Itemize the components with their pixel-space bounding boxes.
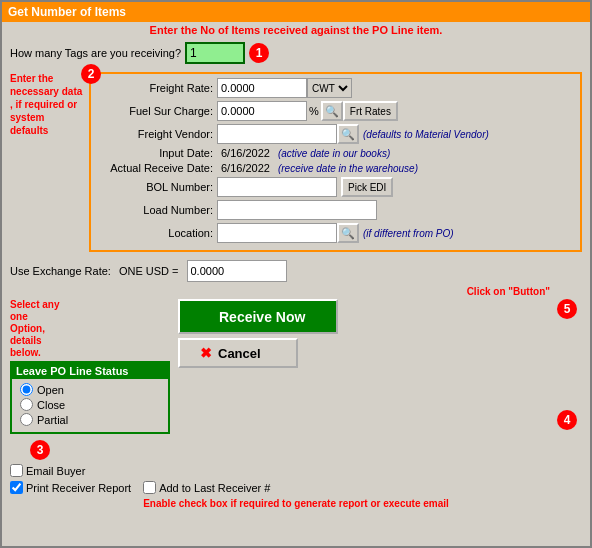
frt-rates-button[interactable]: Frt Rates xyxy=(343,101,398,121)
print-receiver-checkbox[interactable] xyxy=(10,481,23,494)
orange-box: 2 Freight Rate: CWT LBS Fuel Sur Charge:… xyxy=(89,72,582,252)
load-number-row: Load Number: xyxy=(97,200,574,220)
select-note: Select any one Option, details below. xyxy=(10,299,60,359)
content-area: Enter the necessary data , if required o… xyxy=(2,68,590,256)
badge-5: 5 xyxy=(557,299,577,319)
print-receiver-label: Print Receiver Report xyxy=(10,481,131,494)
freight-vendor-label: Freight Vendor: xyxy=(97,128,217,140)
freight-vendor-row: Freight Vendor: 🔍 (defaults to Material … xyxy=(97,124,574,144)
receive-now-button[interactable]: ✔ Receive Now xyxy=(178,299,338,334)
location-input[interactable] xyxy=(217,223,337,243)
freight-vendor-search-icon[interactable]: 🔍 xyxy=(337,124,359,144)
actual-receive-date-row: Actual Receive Date: 6/16/2022 (receive … xyxy=(97,162,574,174)
actual-receive-date-label: Actual Receive Date: xyxy=(97,162,217,174)
fuel-sur-charge-row: Fuel Sur Charge: % 🔍 Frt Rates xyxy=(97,101,574,121)
option-close-row: Close xyxy=(20,398,160,411)
badge-1: 1 xyxy=(249,43,269,63)
pick-edi-button[interactable]: Pick EDI xyxy=(341,177,393,197)
main-window: Get Number of Items Enter the No of Item… xyxy=(0,0,592,548)
window-title: Get Number of Items xyxy=(8,5,126,19)
percent-sign: % xyxy=(309,105,319,117)
add-to-last-receiver-checkbox[interactable] xyxy=(143,481,156,494)
input-date-value: 6/16/2022 xyxy=(217,147,274,159)
add-to-last-receiver-text: Add to Last Receiver # xyxy=(159,482,270,494)
left-status: Select any one Option, details below. Le… xyxy=(10,299,170,460)
print-receiver-text: Print Receiver Report xyxy=(26,482,131,494)
badge-4: 4 xyxy=(557,410,577,430)
add-to-last-receiver-label: Add to Last Receiver # xyxy=(143,481,270,494)
freight-rate-label: Freight Rate: xyxy=(97,82,217,94)
load-number-input[interactable] xyxy=(217,200,377,220)
exchange-rate-input[interactable] xyxy=(187,260,287,282)
how-many-input[interactable] xyxy=(185,42,245,64)
location-row: Location: 🔍 (if different from PO) xyxy=(97,223,574,243)
location-search-icon[interactable]: 🔍 xyxy=(337,223,359,243)
bottom-area: Select any one Option, details below. Le… xyxy=(2,297,590,462)
bottom-note: Enable check box if required to generate… xyxy=(2,496,590,511)
x-icon: ✖ xyxy=(200,345,212,361)
load-number-label: Load Number: xyxy=(97,204,217,216)
bol-number-row: BOL Number: Pick EDI xyxy=(97,177,574,197)
bol-number-input[interactable] xyxy=(217,177,337,197)
fuel-sur-charge-input[interactable] xyxy=(217,101,307,121)
click-note: Click on "Button" xyxy=(2,286,590,297)
checkboxes-row: Print Receiver Report Add to Last Receiv… xyxy=(2,479,590,496)
left-note: Enter the necessary data , if required o… xyxy=(10,72,85,252)
title-instruction: Enter the No of Items received against t… xyxy=(2,22,590,38)
option-close-label: Close xyxy=(37,399,65,411)
fuel-sur-charge-label: Fuel Sur Charge: xyxy=(97,105,217,117)
exchange-rate-row: Use Exchange Rate: ONE USD = xyxy=(2,256,590,286)
bol-number-label: BOL Number: xyxy=(97,181,217,193)
badge-3: 3 xyxy=(30,440,50,460)
exchange-rate-label: Use Exchange Rate: xyxy=(10,265,111,277)
freight-rate-unit-select[interactable]: CWT LBS xyxy=(307,78,352,98)
input-date-row: Input Date: 6/16/2022 (active date in ou… xyxy=(97,147,574,159)
cancel-button[interactable]: ✖ Cancel xyxy=(178,338,298,368)
right-actions: 5 ✔ Receive Now ✖ Cancel 4 xyxy=(178,299,582,460)
email-buyer-row: Email Buyer xyxy=(2,462,590,479)
email-buyer-label: Email Buyer xyxy=(10,464,85,477)
option-partial-label: Partial xyxy=(37,414,68,426)
cancel-label: Cancel xyxy=(218,346,261,361)
freight-rate-input[interactable] xyxy=(217,78,307,98)
location-label: Location: xyxy=(97,227,217,239)
freight-vendor-hint: (defaults to Material Vendor) xyxy=(363,129,489,140)
checkmark-icon: ✔ xyxy=(200,307,213,326)
badge-2: 2 xyxy=(81,64,101,84)
email-buyer-checkbox[interactable] xyxy=(10,464,23,477)
actual-receive-date-hint: (receive date in the warehouse) xyxy=(278,163,418,174)
input-date-hint: (active date in our books) xyxy=(278,148,390,159)
option-partial-row: Partial xyxy=(20,413,160,426)
how-many-label: How many Tags are you receiving? xyxy=(10,47,181,59)
po-status-title: Leave PO Line Status xyxy=(12,363,168,379)
option-partial-radio[interactable] xyxy=(20,413,33,426)
frt-rates-search-icon[interactable]: 🔍 xyxy=(321,101,343,121)
email-buyer-text: Email Buyer xyxy=(26,465,85,477)
option-open-label: Open xyxy=(37,384,64,396)
freight-rate-row: Freight Rate: CWT LBS xyxy=(97,78,574,98)
exchange-currency: ONE USD = xyxy=(119,265,179,277)
location-hint: (if different from PO) xyxy=(363,228,454,239)
actual-receive-date-value: 6/16/2022 xyxy=(217,162,274,174)
option-close-radio[interactable] xyxy=(20,398,33,411)
option-open-radio[interactable] xyxy=(20,383,33,396)
option-open-row: Open xyxy=(20,383,160,396)
input-date-label: Input Date: xyxy=(97,147,217,159)
title-bar: Get Number of Items xyxy=(2,2,590,22)
receive-now-label: Receive Now xyxy=(219,309,305,325)
po-status-box: Leave PO Line Status Open Close Partial xyxy=(10,361,170,434)
freight-vendor-input[interactable] xyxy=(217,124,337,144)
